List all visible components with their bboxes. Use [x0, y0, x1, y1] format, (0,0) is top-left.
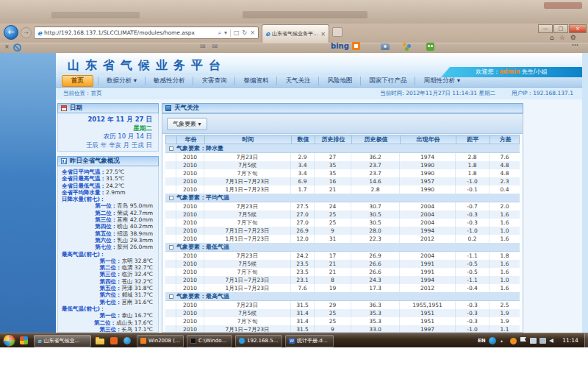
- table-row[interactable]: 20107月下旬23.52126.61991-0.51.6: [165, 268, 520, 276]
- taskbar-button-ie[interactable]: e 山东省气候业...: [34, 335, 91, 347]
- table-cell: 35: [315, 169, 351, 177]
- nav-item[interactable]: 天气关注: [276, 77, 318, 85]
- action-center-flag-icon[interactable]: [520, 337, 526, 342]
- taskbar-clock[interactable]: 11:14: [556, 333, 585, 348]
- taskbar-button-win2008[interactable]: Win2008 (V52...: [137, 335, 184, 347]
- forward-button[interactable]: →: [21, 27, 32, 38]
- media-center-icon[interactable]: [20, 336, 28, 344]
- taskbar-button-word[interactable]: W 统计手册.docx ...: [285, 335, 334, 347]
- nav-item[interactable]: 灾害查询: [193, 77, 234, 85]
- table-row[interactable]: 20107月下旬31.42535.31951-0.31.9: [165, 317, 520, 325]
- toolbar-close-icon[interactable]: ×: [4, 43, 10, 50]
- maximize-button[interactable]: □: [553, 24, 568, 33]
- refresh-icon[interactable]: ↻: [243, 29, 248, 36]
- section-row[interactable]: 气象要素：最低气温: [165, 243, 520, 252]
- speaker-icon[interactable]: [549, 339, 553, 343]
- element-filter-button[interactable]: 气象要素 ▾: [167, 118, 207, 130]
- column-header[interactable]: 年份: [177, 135, 205, 144]
- home-icon[interactable]: ⌂: [550, 34, 554, 41]
- tray-app-icon[interactable]: [489, 337, 496, 344]
- rank-label: 第一位：: [99, 258, 121, 264]
- firefox-tray-icon[interactable]: [510, 338, 517, 344]
- nav-item[interactable]: 敏感性分析: [145, 77, 193, 85]
- section-row[interactable]: 气象要素：平均气温: [165, 194, 520, 202]
- table-row[interactable]: 20107月1日~7月23日6.91614.61957-1.02.3: [165, 177, 520, 185]
- section-checkbox[interactable]: [169, 245, 173, 250]
- table-row[interactable]: 20107月5候31.42535.31951-0.31.9: [165, 309, 520, 317]
- table-row[interactable]: 20107月下旬3.43523.719901.84.8: [165, 169, 520, 177]
- start-button[interactable]: [3, 334, 15, 347]
- blocked-circle-icon[interactable]: [13, 43, 21, 52]
- search-icon[interactable]: ⌕: [218, 29, 221, 37]
- column-header[interactable]: 历史极值: [352, 135, 401, 144]
- nav-item[interactable]: 风险地图: [318, 77, 360, 85]
- minimize-button[interactable]: —: [538, 24, 553, 33]
- table-cell: -0.3: [456, 210, 490, 219]
- new-tab-button[interactable]: [332, 27, 343, 37]
- table-row[interactable]: 20107月1日~7月23日26.9928.01994-1.01.0: [165, 227, 520, 235]
- column-header[interactable]: 历史排位: [315, 135, 352, 144]
- more-options-icon[interactable]: ···: [572, 42, 578, 49]
- url-input[interactable]: [44, 29, 215, 36]
- table-row[interactable]: 20107月23日27.52430.72004-0.72.0: [165, 202, 520, 210]
- column-header[interactable]: 时间: [205, 135, 292, 144]
- table-row[interactable]: 20107月23日2.92736.219742.87.6: [165, 153, 520, 161]
- row-checkbox-cell: [165, 309, 176, 317]
- show-desktop-button[interactable]: [584, 333, 588, 348]
- column-header[interactable]: 距平: [456, 135, 490, 144]
- explorer-folder-icon[interactable]: [96, 339, 104, 344]
- nav-item[interactable]: 周期性分析 ▾: [415, 77, 467, 85]
- display-icon[interactable]: [539, 338, 546, 344]
- bing-logo[interactable]: bing: [331, 42, 349, 50]
- section-checkbox[interactable]: [169, 196, 173, 200]
- nav-item-home[interactable]: 首页: [62, 75, 93, 87]
- tab-close-icon[interactable]: ×: [320, 31, 326, 38]
- favorites-star-icon[interactable]: ☆: [559, 34, 565, 41]
- gear-icon[interactable]: ⚙: [570, 34, 576, 41]
- mail-icon[interactable]: ✉: [212, 43, 218, 50]
- people-addon-icon[interactable]: [426, 43, 434, 51]
- welcome-username[interactable]: admin: [499, 68, 520, 75]
- bing-toolbar[interactable]: bing: [331, 42, 360, 50]
- mail-icon[interactable]: ✉: [200, 43, 206, 50]
- table-row[interactable]: 20107月23日31.52936.31955,1951-0.32.5: [165, 301, 520, 309]
- stop-icon[interactable]: ×: [250, 29, 255, 36]
- breadcrumb[interactable]: 当前位置：首页: [63, 88, 102, 99]
- table-row[interactable]: 20107月下旬27.02530.52004-0.31.6: [165, 219, 520, 227]
- section-checkbox[interactable]: [169, 294, 173, 299]
- section-row[interactable]: 气象要素：降水量: [165, 144, 520, 153]
- language-indicator[interactable]: EN: [478, 333, 486, 348]
- section-checkbox[interactable]: [169, 146, 173, 151]
- bing-search-icon[interactable]: [352, 42, 360, 50]
- taskbar-button-cmd[interactable]: C:\Windows\s...: [187, 335, 232, 347]
- browser-tab[interactable]: e 山东省气候业务平... ×: [262, 24, 329, 43]
- nav-item[interactable]: 整编资料: [234, 77, 276, 85]
- column-header[interactable]: 数值: [292, 135, 315, 144]
- column-header[interactable]: 方差: [490, 135, 520, 144]
- media-player-icon[interactable]: [123, 337, 131, 344]
- pinned-app-icon[interactable]: [110, 337, 118, 344]
- back-button[interactable]: ←: [4, 25, 18, 40]
- nav-item[interactable]: 国家下行产品: [360, 77, 415, 85]
- tray-expand-icon[interactable]: ▴: [501, 333, 503, 348]
- table-row[interactable]: 20107月5候23.52126.61991-0.51.6: [165, 260, 520, 268]
- paw-addon-icon[interactable]: [403, 43, 406, 46]
- nav-item[interactable]: 数据分析 ▾: [98, 77, 145, 85]
- table-row[interactable]: 20107月23日24.21726.92004-1.11.8: [165, 252, 520, 260]
- table-row[interactable]: 20107月5候3.43523.719901.84.8: [165, 161, 520, 169]
- table-row[interactable]: 20107月1日~7月23日23.1824.31994-1.11.0: [165, 276, 520, 284]
- table-row[interactable]: 20101月1日~7月23日12.03122.320120.21.6: [165, 235, 520, 243]
- table-row[interactable]: 20101月1日~7月23日7.61917.32012-0.41.6: [165, 284, 520, 292]
- address-bar[interactable]: e ⌕ ▾ □ ↻ ×: [34, 26, 259, 39]
- column-header[interactable]: 出现年份: [401, 135, 456, 144]
- table-row[interactable]: 20101月1日~7月23日1.7212.81990-0.10.4: [165, 185, 520, 194]
- compatibility-icon[interactable]: □: [234, 29, 240, 36]
- address-dropdown-icon[interactable]: ▾: [224, 29, 227, 36]
- table-row[interactable]: 20107月1日~7月23日31.5933.01997-1.01.1: [165, 325, 520, 333]
- table-row[interactable]: 20107月5候27.02530.52004-0.31.6: [165, 210, 520, 219]
- section-row[interactable]: 气象要素：最高气温: [165, 292, 520, 301]
- taskbar-button-remote[interactable]: 192.168.59.99...: [235, 335, 282, 347]
- camera-addon-icon[interactable]: [381, 43, 390, 50]
- close-button[interactable]: ×: [569, 24, 587, 33]
- network-icon[interactable]: [530, 338, 537, 344]
